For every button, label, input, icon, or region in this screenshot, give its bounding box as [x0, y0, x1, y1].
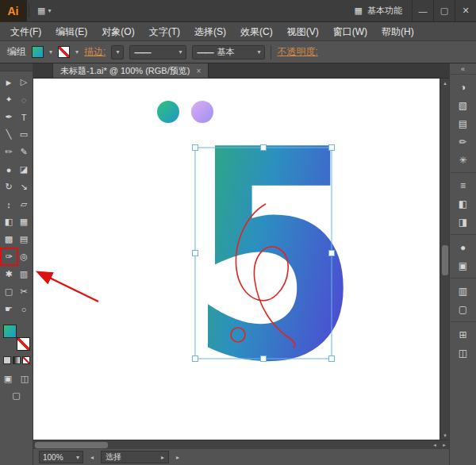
symbol-sprayer-tool[interactable]: ✱ [2, 267, 17, 282]
vertical-scroll-thumb[interactable] [442, 245, 448, 275]
line-segment-tool[interactable]: ╲ [2, 127, 17, 142]
toolbar-grip[interactable] [0, 63, 33, 71]
graphic-styles-panel[interactable]: ▣ [453, 257, 474, 274]
shape-builder-tool[interactable]: ◧ [2, 214, 17, 229]
artboard[interactable]: 5 [33, 79, 440, 440]
stroke-swatch[interactable] [17, 337, 30, 351]
expand-panels-icon[interactable]: « [450, 63, 476, 75]
stroke-weight-combo[interactable]: ▾ [111, 45, 124, 60]
horizontal-scrollbar[interactable]: ◂ ▸ [33, 440, 449, 449]
scroll-left-icon[interactable]: ◂ [430, 440, 440, 450]
gradient-circle-teal[interactable] [157, 101, 179, 123]
zoom-level-combo[interactable]: 100% ▾ [39, 451, 83, 463]
menu-type[interactable]: 文字(T) [142, 22, 187, 41]
menu-file[interactable]: 文件(F) [3, 22, 48, 41]
stroke-panel[interactable]: ≡ [453, 177, 474, 194]
gradient-panel[interactable]: ◧ [453, 195, 474, 212]
canvas-row: 5 [33, 79, 449, 440]
type-tool[interactable]: T [17, 110, 32, 125]
width-tool[interactable]: ↕ [2, 197, 17, 212]
swatches-panel[interactable]: ▤ [453, 115, 474, 132]
menu-view[interactable]: 视图(V) [280, 22, 326, 41]
fill-swatch[interactable] [3, 325, 17, 338]
pencil-tool[interactable]: ✎ [17, 144, 32, 159]
selection-context-label: 编组 [7, 45, 26, 59]
panel-dock: « ◑ ▧ ▤ ✏ ✳ ≡ ◧ ◨ [449, 63, 476, 465]
menu-effect[interactable]: 效果(C) [233, 22, 280, 41]
vertical-scrollbar[interactable]: ▴ ▾ [440, 79, 449, 440]
workspace-switcher[interactable]: ▦ 基本功能 [345, 0, 412, 21]
maximize-button[interactable]: ▢ [433, 0, 455, 21]
pen-tool[interactable]: ✒ [2, 110, 17, 125]
none-button[interactable] [22, 356, 30, 364]
menu-window[interactable]: 窗口(W) [326, 22, 374, 41]
gradient-tool[interactable]: ▤ [17, 232, 32, 247]
scale-tool[interactable]: ↘ [17, 179, 32, 194]
title-bar: Ai ▦ ▾ ▦ 基本功能 — ▢ ✕ [0, 0, 476, 22]
gradient-button[interactable] [13, 356, 21, 364]
fill-caret-icon[interactable]: ▾ [49, 48, 52, 56]
horizontal-scroll-thumb[interactable] [35, 442, 108, 448]
menu-object[interactable]: 对象(O) [94, 22, 141, 41]
blend-tool[interactable]: ◎ [17, 249, 32, 264]
main-content: ► ▷ ✦ ◌ ✒ T ╲ ▭ ✏ ✎ [0, 63, 476, 465]
hand-tool[interactable]: ☛ [2, 302, 17, 317]
previous-artboard-button[interactable]: ◂ [87, 452, 97, 463]
align-panel[interactable]: ⊞ [453, 326, 474, 343]
direct-selection-tool[interactable]: ▷ [17, 75, 32, 90]
paintbrush-tool[interactable]: ✏ [2, 144, 17, 159]
lasso-tool[interactable]: ◌ [17, 92, 32, 107]
zoom-tool[interactable]: ○ [17, 302, 32, 317]
mesh-tool[interactable]: ▩ [2, 232, 17, 247]
next-artboard-button[interactable]: ▸ [173, 452, 182, 463]
eyedropper-tool[interactable]: ✑ [2, 249, 17, 264]
rectangle-tool[interactable]: ▭ [17, 127, 32, 142]
stroke-panel-link[interactable]: 描边: [84, 45, 106, 59]
color-guide-panel[interactable]: ▧ [453, 97, 474, 113]
pathfinder-panel[interactable]: ◫ [453, 344, 474, 361]
layers-panel[interactable]: ▥ [453, 282, 474, 299]
appearance-panel[interactable]: ● [453, 239, 474, 256]
tab-close-icon[interactable]: × [196, 67, 201, 75]
magic-wand-tool[interactable]: ✦ [2, 92, 17, 107]
transparency-panel[interactable]: ◨ [453, 213, 474, 230]
slice-tool[interactable]: ✂ [17, 284, 32, 299]
status-display[interactable]: 选择 ▸ [101, 451, 169, 463]
brush-definition-combo[interactable]: —— 基本 ▾ [192, 45, 265, 60]
color-button[interactable] [3, 356, 11, 364]
column-graph-tool[interactable]: ▥ [17, 267, 32, 282]
arrange-documents-icon[interactable]: ▦ ▾ [31, 0, 57, 21]
menu-edit[interactable]: 编辑(E) [48, 22, 94, 41]
scroll-down-icon[interactable]: ▾ [440, 431, 450, 440]
stroke-color-swatch[interactable] [58, 46, 70, 58]
variable-width-profile-combo[interactable]: —— ▾ [129, 45, 186, 60]
free-transform-tool[interactable]: ▱ [17, 197, 32, 212]
symbols-panel[interactable]: ✳ [453, 152, 474, 168]
scroll-up-icon[interactable]: ▴ [440, 79, 450, 87]
opacity-link[interactable]: 不透明度: [277, 45, 317, 59]
brushes-panel[interactable]: ✏ [453, 133, 474, 150]
profile-line-icon: —— [134, 48, 150, 57]
stroke-caret-icon[interactable]: ▾ [75, 48, 79, 56]
drawing-mode-behind-button[interactable]: ◫ [17, 371, 33, 386]
document-tab[interactable]: 未标题-1.ai* @ 100% (RGB/预览) × [52, 63, 209, 78]
menu-help[interactable]: 帮助(H) [374, 22, 421, 41]
blob-brush-tool[interactable]: ● [2, 162, 17, 177]
artboard-tool[interactable]: ▢ [2, 284, 17, 299]
close-button[interactable]: ✕ [455, 0, 476, 21]
artboards-panel[interactable]: ▢ [453, 301, 474, 317]
screen-mode-button[interactable]: ▢ [9, 388, 24, 403]
scroll-right-icon[interactable]: ▸ [440, 440, 449, 450]
chevron-down-icon: ▾ [257, 48, 260, 56]
tool-grid: ► ▷ ✦ ◌ ✒ T ╲ ▭ ✏ ✎ [2, 75, 32, 317]
drawing-mode-button[interactable]: ▣ [1, 371, 16, 386]
perspective-grid-tool[interactable]: ▦ [17, 214, 32, 229]
fill-color-swatch[interactable] [32, 46, 44, 58]
numeral-five[interactable]: 5 [189, 88, 360, 426]
minimize-button[interactable]: — [412, 0, 433, 21]
menu-select[interactable]: 选择(S) [187, 22, 233, 41]
selection-tool[interactable]: ► [2, 75, 17, 90]
rotate-tool[interactable]: ↻ [2, 179, 17, 194]
eraser-tool[interactable]: ◪ [17, 162, 32, 177]
color-panel[interactable]: ◑ [453, 79, 474, 95]
